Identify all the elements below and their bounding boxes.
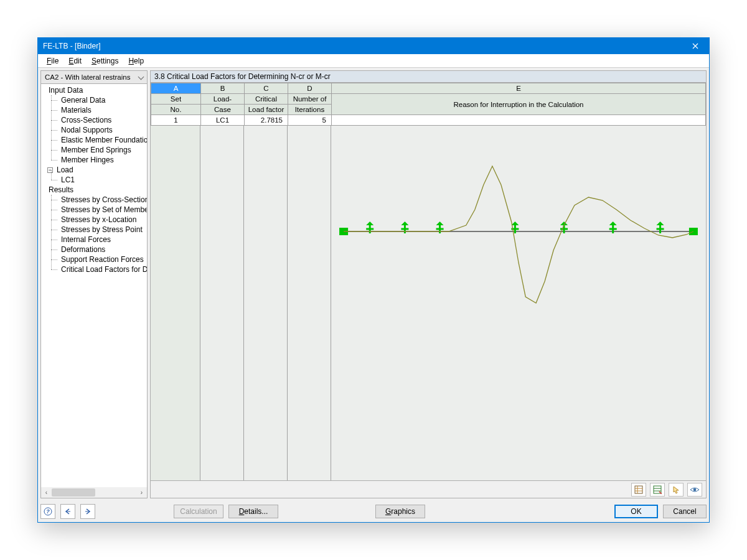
tree-item[interactable]: Member End Springs: [51, 145, 147, 155]
tree-item[interactable]: Stresses by Cross-Section: [51, 195, 147, 205]
tree-item[interactable]: Critical Load Factors for Determining N-…: [51, 264, 147, 274]
tree-item[interactable]: Internal Forces: [51, 235, 147, 245]
col-header: Set: [151, 94, 201, 105]
case-select[interactable]: CA2 - With lateral restrains: [40, 70, 148, 84]
col-header: Iterations: [288, 105, 332, 115]
cancel-button[interactable]: Cancel: [663, 505, 707, 518]
tree-item[interactable]: General Data: [51, 95, 147, 105]
right-panel: 3.8 Critical Load Factors for Determinin…: [150, 70, 707, 498]
tree-group-load[interactable]: −Load LC1: [41, 165, 147, 185]
menu-help[interactable]: Help: [123, 55, 149, 67]
col-letter-e[interactable]: E: [332, 83, 706, 94]
col-letter-b[interactable]: B: [201, 83, 245, 94]
prev-button[interactable]: [60, 504, 75, 519]
col-header: Case: [201, 105, 245, 115]
arrow-right-icon: [83, 507, 92, 516]
tree-item[interactable]: Stresses by Stress Point: [51, 225, 147, 235]
toolbar-button-1[interactable]: [631, 483, 646, 497]
tree-item[interactable]: Member Hinges: [51, 155, 147, 165]
tree-item[interactable]: LC1: [51, 175, 147, 185]
panel-toolbar: [150, 481, 707, 498]
app-window: FE-LTB - [Binder] File Edit Settings Hel…: [37, 37, 710, 523]
col-header: Number of: [288, 94, 332, 105]
table-export-icon: [653, 485, 662, 494]
next-button[interactable]: [80, 504, 95, 519]
left-panel: CA2 - With lateral restrains Input Data …: [40, 70, 148, 498]
table-icon: [634, 485, 643, 494]
chevron-down-icon: [138, 73, 144, 80]
col-header: No.: [151, 105, 201, 115]
eye-icon: [690, 485, 700, 494]
col-header: Load-: [201, 94, 245, 105]
arrow-left-icon: [63, 507, 72, 516]
toolbar-button-2[interactable]: [650, 483, 665, 497]
menu-settings[interactable]: Settings: [87, 55, 123, 67]
tree-group-results[interactable]: Results Stresses by Cross-Section Stress…: [41, 185, 147, 274]
svg-text:?: ?: [46, 508, 50, 515]
cell-load-case[interactable]: LC1: [201, 115, 245, 126]
titlebar: FE-LTB - [Binder]: [38, 38, 709, 54]
pointer-icon: [672, 485, 680, 494]
menu-file[interactable]: File: [42, 55, 63, 67]
toolbar-button-4[interactable]: [687, 483, 702, 497]
help-button[interactable]: ?: [40, 504, 55, 519]
window-title: FE-LTB - [Binder]: [43, 42, 100, 50]
graphics-button[interactable]: Graphics: [375, 505, 425, 518]
col-header: Reason for Interruption in the Calculati…: [332, 94, 706, 115]
minus-icon[interactable]: −: [47, 167, 53, 173]
scroll-right-button[interactable]: ›: [136, 487, 147, 498]
col-header: Critical: [245, 94, 288, 105]
cell-iterations[interactable]: 5: [288, 115, 332, 126]
tree-hscrollbar[interactable]: ‹ ›: [41, 487, 147, 498]
tree-item[interactable]: Stresses by x-Location: [51, 215, 147, 225]
results-table[interactable]: A B C D E Set Load- Critical Number of R…: [151, 83, 706, 126]
table-row[interactable]: 1 LC1 2.7815 5: [151, 115, 706, 126]
scroll-left-button[interactable]: ‹: [41, 487, 52, 498]
grid-body: [151, 126, 706, 480]
grid-zone: A B C D E Set Load- Critical Number of R…: [150, 83, 707, 481]
tree-item[interactable]: Deformations: [51, 245, 147, 254]
col-header: Load factor: [245, 105, 288, 115]
calculation-button[interactable]: Calculation: [174, 505, 223, 518]
col-letter-a[interactable]: A: [151, 83, 201, 94]
tree-item[interactable]: Materials: [51, 105, 147, 115]
ok-button[interactable]: OK: [614, 505, 658, 518]
col-letter-d[interactable]: D: [288, 83, 332, 94]
panel-header: 3.8 Critical Load Factors for Determinin…: [150, 70, 707, 83]
tree-item[interactable]: Stresses by Set of Members: [51, 205, 147, 215]
toolbar-button-3[interactable]: [669, 483, 684, 497]
close-icon: [692, 43, 698, 49]
cell-set-no[interactable]: 1: [151, 115, 201, 126]
window-close-button[interactable]: [682, 38, 709, 54]
menubar: File Edit Settings Help: [38, 54, 709, 68]
scroll-track[interactable]: [52, 487, 136, 498]
tree-item[interactable]: Nodal Supports: [51, 125, 147, 135]
tree-item[interactable]: Support Reaction Forces: [51, 254, 147, 264]
content-area: CA2 - With lateral restrains Input Data …: [38, 68, 709, 501]
svg-rect-3: [635, 486, 642, 493]
cell-reason[interactable]: [332, 115, 706, 126]
tree-item[interactable]: Elastic Member Foundations: [51, 135, 147, 145]
scroll-thumb[interactable]: [52, 488, 95, 497]
svg-point-5: [693, 488, 697, 491]
tree-group-input-data[interactable]: Input Data General Data Materials Cross-…: [41, 85, 147, 165]
col-letter-c[interactable]: C: [245, 83, 288, 94]
case-select-value: CA2 - With lateral restrains: [45, 73, 130, 81]
help-icon: ?: [44, 507, 52, 516]
tree-item[interactable]: Cross-Sections: [51, 115, 147, 125]
navigator-tree[interactable]: Input Data General Data Materials Cross-…: [40, 84, 148, 498]
menu-edit[interactable]: Edit: [63, 55, 87, 67]
details-button[interactable]: Details...: [228, 505, 278, 518]
cell-critical[interactable]: 2.7815: [245, 115, 288, 126]
mode-shape-diagram: [331, 126, 706, 337]
bottom-bar: ? Calculation Details... Graphics OK Can…: [38, 501, 709, 522]
